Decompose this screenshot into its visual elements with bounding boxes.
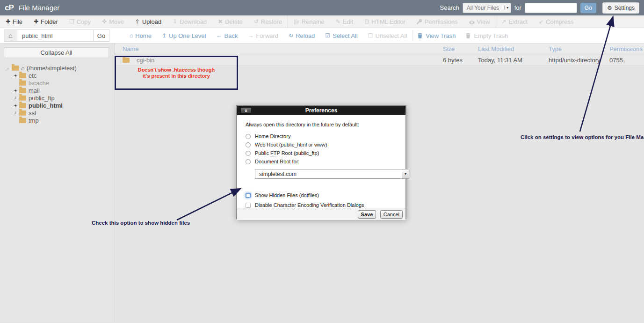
- tree-item-public-html[interactable]: +public_html: [14, 102, 115, 109]
- toolbar-item-restore: ↺Restore: [248, 15, 288, 28]
- expand-toggle[interactable]: +: [14, 110, 19, 116]
- checkbox-disable-encoding-dialogs[interactable]: Disable Character Encoding Verification …: [246, 202, 397, 208]
- radio-home-directory[interactable]: Home Directory: [246, 132, 397, 140]
- annotation-checkbox-note: Check this option to show hidden files: [92, 220, 190, 226]
- folder-icon: [19, 73, 26, 78]
- nav-reload[interactable]: ↻Reload: [283, 28, 320, 43]
- toolbar-item-file[interactable]: ✚File: [0, 15, 28, 28]
- back-arrow-icon: ←: [217, 32, 222, 39]
- checkbox-show-hidden-files[interactable]: Show Hidden Files (dotfiles): [246, 192, 397, 198]
- navigation-bar: ⌂ Go ⌂Home ↥Up One Level ←Back →Forward …: [0, 28, 644, 44]
- reload-icon: ↻: [289, 32, 293, 39]
- column-header-permissions[interactable]: Permissions: [609, 45, 644, 52]
- nav-up-one-level[interactable]: ↥Up One Level: [157, 28, 211, 43]
- eye-icon: [469, 19, 475, 24]
- extract-icon: ↗: [502, 18, 507, 25]
- tree-item-etc[interactable]: +etc: [14, 72, 115, 79]
- radio-button[interactable]: [246, 151, 251, 156]
- toolbar-item-permissions: Permissions: [411, 15, 463, 28]
- dialog-title: Preferences: [305, 107, 338, 114]
- column-header-size[interactable]: Size: [443, 45, 478, 52]
- radio-button[interactable]: [246, 159, 251, 164]
- directory-tree-sidebar: Collapse All −⌂(/home/simpletest) +etc l…: [0, 44, 115, 323]
- tree-item-lscache[interactable]: lscache: [14, 79, 115, 87]
- toolbar-item-move: ✜Move: [96, 15, 130, 28]
- expand-toggle[interactable]: +: [14, 103, 19, 108]
- ftp-abbr: FTP: [270, 150, 280, 156]
- expand-toggle[interactable]: +: [14, 73, 19, 78]
- radio-button[interactable]: [246, 134, 251, 139]
- folder-icon: [19, 103, 26, 108]
- search-for-label: for: [514, 4, 521, 11]
- gear-icon: ⚙: [607, 5, 612, 11]
- folder-icon: [19, 110, 26, 116]
- close-icon[interactable]: x: [240, 107, 252, 114]
- trash-icon: [466, 33, 471, 38]
- nav-home[interactable]: ⌂Home: [124, 28, 157, 43]
- radio-web-root[interactable]: Web Root (public_html or www): [246, 140, 397, 149]
- home-icon: ⌂: [130, 32, 133, 39]
- nav-select-all[interactable]: ☑Select All: [320, 28, 362, 43]
- collapse-toggle[interactable]: −: [7, 65, 12, 71]
- toolbar-item-upload[interactable]: ⇧Upload: [130, 15, 167, 28]
- search-scope-value: All Your Files: [463, 5, 504, 11]
- restore-icon: ↺: [254, 18, 259, 25]
- edit-pencil-icon: ✎: [336, 18, 340, 25]
- radio-public-ftp-root[interactable]: Public FTP Root (public_ftp): [246, 149, 397, 157]
- home-icon: ⌂: [21, 65, 25, 72]
- radio-button[interactable]: [246, 142, 251, 147]
- forward-arrow-icon: →: [248, 32, 253, 39]
- nav-back[interactable]: ←Back: [211, 28, 243, 43]
- key-icon: [417, 19, 422, 24]
- column-header-name[interactable]: Name: [115, 45, 443, 52]
- toolbar-item-download: ⇩Download: [167, 15, 212, 28]
- search-input[interactable]: [525, 3, 577, 13]
- path-go-button[interactable]: Go: [94, 29, 109, 42]
- path-input[interactable]: [17, 29, 94, 42]
- home-icon[interactable]: ⌂: [4, 29, 17, 42]
- toolbar-item-edit: ✎Edit: [330, 15, 359, 28]
- move-icon: ✜: [102, 18, 107, 25]
- expand-toggle[interactable]: +: [14, 95, 19, 101]
- document-root-select[interactable]: simpletest.com ▾: [255, 169, 409, 179]
- tree-item-ssl[interactable]: +ssl: [14, 109, 115, 117]
- save-button[interactable]: Save: [358, 210, 376, 219]
- file-type: httpd/unix-directory: [549, 57, 609, 64]
- tree-item-mail[interactable]: +mail: [14, 87, 115, 94]
- toolbar-item-folder[interactable]: ✚Folder: [28, 15, 64, 28]
- folder-icon: [19, 118, 26, 123]
- preferences-dialog: x Preferences Always open this directory…: [236, 105, 406, 219]
- file-size: 6 bytes: [443, 57, 478, 64]
- settings-label: Settings: [615, 5, 635, 11]
- html-editor-icon: ⊡: [364, 18, 369, 25]
- tree-item-tmp[interactable]: tmp: [14, 117, 115, 124]
- settings-button[interactable]: ⚙ Settings: [602, 2, 639, 14]
- checkbox[interactable]: [246, 193, 251, 198]
- tree-item-root[interactable]: −⌂(/home/simpletest): [7, 64, 115, 72]
- file-permissions: 0755: [609, 57, 644, 64]
- toolbar-item-compress: ↙Compress: [533, 15, 579, 28]
- search-go-button[interactable]: Go: [580, 3, 596, 13]
- folder-icon: [19, 95, 26, 101]
- nav-view-trash[interactable]: View Trash: [412, 28, 461, 43]
- plus-icon: ✚: [34, 18, 38, 25]
- dialog-title-bar: x Preferences: [237, 106, 405, 115]
- column-header-type[interactable]: Type: [549, 45, 609, 52]
- toolbar-item-rename: ▤Rename: [288, 15, 330, 28]
- delete-icon: ✖: [218, 18, 223, 25]
- tree-item-public-ftp[interactable]: +public_ftp: [14, 94, 115, 102]
- checkbox[interactable]: [246, 203, 251, 208]
- expand-toggle[interactable]: +: [14, 88, 19, 93]
- toolbar-item-html-editor: ⊡HTML Editor: [359, 15, 411, 28]
- up-arrow-icon: ↥: [162, 32, 166, 39]
- column-header-last-modified[interactable]: Last Modified: [478, 45, 549, 52]
- radio-document-root[interactable]: Document Root for:: [246, 157, 397, 166]
- file-last-modified: Today, 11:31 AM: [478, 57, 549, 64]
- checked-box-icon: ☑: [325, 32, 330, 39]
- toolbar-item-extract: ↗Extract: [496, 15, 534, 28]
- cancel-button[interactable]: Cancel: [380, 210, 403, 219]
- annotation-settings-note: Click on settings to view options for yo…: [521, 134, 644, 140]
- dialog-lead-text: Always open this directory in the future…: [246, 122, 397, 127]
- search-scope-select[interactable]: All Your Files ▾: [463, 3, 511, 13]
- collapse-all-button[interactable]: Collapse All: [4, 47, 109, 58]
